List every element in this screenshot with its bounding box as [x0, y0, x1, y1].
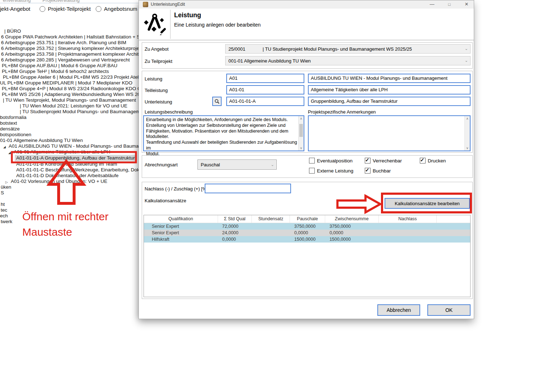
tree-item[interactable]: ◢A01-01 Allgemeine Tätigkeiten über alle… [14, 149, 110, 155]
tree-item[interactable]: 01-01 Allgemeine Ausbildung TU Wien [0, 138, 83, 143]
tree-item[interactable]: A01-01-01-A Gruppenbildung, Aufbau der T… [15, 155, 136, 161]
tree-item-label: | TU Wien Testprojekt, Modul Planungs- u… [3, 97, 136, 103]
tree-item[interactable]: A01-01-01-D Dokumentation der Arbeitsabl… [16, 173, 118, 179]
zu-angebot-combobox[interactable]: 25/0001 | TU Studienprojekt Modul Planun… [225, 44, 471, 54]
dialog-header: Leistung Eine Leistung anlegen oder bear… [139, 9, 474, 40]
kalkulationsansaetze-bearbeiten-button[interactable]: Kalkulationsansätze bearbeiten [385, 198, 470, 209]
checkbox-box-icon[interactable]: ✓ [309, 168, 315, 174]
abrechnungsart-select[interactable]: Pauschal ⌄ [197, 160, 277, 170]
scrollbar-thumb[interactable] [299, 124, 303, 137]
app-icon [143, 2, 148, 7]
tree-item[interactable]: densätze [0, 126, 20, 132]
table-row[interactable]: Senior Expert 72,0000 3750,0000 3750,000… [144, 223, 470, 230]
tree-item-label: ht [1, 202, 5, 207]
close-button[interactable]: ✕ [461, 0, 472, 9]
column-header[interactable]: Stundensatz [252, 215, 290, 223]
tree-item[interactable]: 6 Arbeitsgruppe 253.751 | Iterative Arch… [1, 40, 126, 46]
leistung-desc-input[interactable]: AUSBILDUNG TU WIEN - Modul Planungs- und… [308, 74, 471, 83]
tree-expander-icon[interactable]: ◢ [8, 150, 11, 156]
checkbox-box-icon[interactable]: ✓ [420, 158, 426, 163]
unterleistung-code-input[interactable]: A01-01-01-A [226, 97, 304, 106]
cell-zwischensumme: 1500,0000 [325, 236, 379, 243]
cell-stundensatz [252, 230, 290, 236]
checkbox[interactable]: ✓ Buchbar [365, 168, 391, 174]
anmerkungen-label: Projektspezifische Anmerkungen [308, 109, 376, 115]
scrollbar[interactable]: ∧ ∨ [298, 116, 304, 151]
beschreibung-label: Leistungsbeschreibung [145, 109, 193, 115]
nachlass-input[interactable] [205, 184, 291, 193]
unterleistung-desc-input[interactable]: Gruppenbildung, Aufbau der Teamstruktur [308, 97, 471, 106]
tree-item[interactable]: | TU Wien Modul 2021: Leistungen für VO … [20, 103, 127, 109]
checkbox-box-icon[interactable]: ✓ [365, 168, 371, 174]
tree-item[interactable]: üken [1, 184, 11, 190]
anmerkungen-textarea[interactable]: ∧ ∨ [308, 115, 471, 151]
checkbox[interactable]: ✓ Eventualposition [309, 158, 353, 163]
zu-teilprojekt-combobox[interactable]: 001-01 Allgemeine Ausbildung TU Wien ⌄ [225, 56, 471, 65]
tree-item-label: | BÜRO [4, 28, 21, 34]
abbrechen-button[interactable]: Abbrechen [377, 304, 420, 316]
column-header[interactable]: Σ Std Qual [218, 215, 252, 223]
tree-item[interactable]: PL+BM Gruppe TeH² | Modul 6 tehoch2 arch… [2, 69, 109, 74]
tree-item[interactable]: ech [0, 213, 8, 219]
scroll-down-icon[interactable]: ∨ [465, 146, 470, 150]
titlebar[interactable]: UnterleistungEdit — □ ✕ [139, 0, 474, 9]
tree-item[interactable]: PL+BM Gruppe Atelier 6 | Modul PL+BM WS … [3, 74, 138, 80]
scrollbar[interactable]: ∧ ∨ [464, 116, 470, 151]
ok-button[interactable]: OK [427, 304, 471, 316]
column-header[interactable] [437, 215, 470, 223]
tree-item[interactable]: PL+BM Gruppe 4+P | Modul 8 WS 23/24 Radi… [2, 86, 138, 92]
tree-item[interactable]: botstext [0, 120, 17, 126]
cell-zwischensumme: 0,0000 [325, 230, 379, 236]
tree-item[interactable]: twerk [1, 219, 12, 225]
tree-item[interactable]: S [1, 190, 4, 196]
checkbox[interactable]: ✓ Drucken [420, 158, 446, 163]
column-header[interactable]: Qualifikation [144, 215, 218, 223]
column-header[interactable]: Zwischensumme [325, 215, 379, 223]
column-header[interactable]: Pauschale [290, 215, 325, 223]
tree-item[interactable]: | TU Wien Testprojekt, Modul Planungs- u… [3, 97, 136, 103]
maximize-button[interactable]: □ [444, 0, 455, 9]
checkbox[interactable]: ✓ Verrechenbar [365, 158, 402, 163]
scroll-up-icon[interactable]: ∧ [465, 117, 470, 120]
scroll-down-icon[interactable]: ∨ [299, 146, 304, 150]
tree-item[interactable]: UL PL+BM Gruppe MEDIPLANER | Modul 7 Med… [0, 80, 132, 86]
tree-item[interactable]: A01-01-01-C Beschaffung Werkzeuge, Einar… [16, 167, 138, 173]
tree-expander-icon[interactable]: ◢ [3, 144, 6, 150]
project-tree: | BÜRO 6 Gruppe PWA Patchwork Architekte… [0, 0, 138, 230]
table-row[interactable]: Senior Expert 24,0000 0,0000 0,0000 [144, 230, 470, 236]
tree-item[interactable]: 6 Arbeitsgruppe 253.752 | Steuerung komp… [1, 46, 138, 51]
tree-item[interactable]: 6 Arbeitsgruppe 253.758 | Projektmanagem… [1, 51, 138, 57]
scroll-up-icon[interactable]: ∧ [299, 117, 304, 120]
checkbox[interactable]: ✓ Externe Leistung [309, 168, 353, 174]
teilleistung-desc-input[interactable]: Allgemeine Tätigkeiten über alle LPH [308, 85, 471, 94]
tree-item[interactable]: ▷A01-02 Vorlesungen und Übungen: VO + UE [11, 179, 107, 184]
tree-item[interactable]: botsformalia [0, 115, 27, 120]
checkbox-box-icon[interactable]: ✓ [309, 158, 315, 163]
tree-item[interactable]: PL+BM WS 25/26 | Adaptierung Werkbundsie… [2, 92, 138, 97]
tree-item-label: PL+BM Gruppe Atelier 6 | Modul PL+BM WS … [3, 74, 138, 80]
column-header[interactable]: Nachlass [379, 215, 437, 223]
checkbox-label: Drucken [428, 158, 446, 163]
tree-item[interactable]: 6 Arbeitsgruppe 280.285 | Vergabewesen u… [1, 57, 130, 63]
tree-item[interactable]: PL+BM Gruppe AUF.BAU | Modul 6 Gruppe AU… [2, 63, 117, 69]
tree-item[interactable]: botspositionen [0, 132, 31, 138]
table-header[interactable]: QualifikationΣ Std QualStundensatzPausch… [144, 215, 470, 223]
tree-item[interactable]: ◢A01 AUSBILDUNG TU WIEN - Modul Planungs… [9, 143, 138, 149]
search-button[interactable] [212, 97, 222, 106]
checkbox-box-icon[interactable]: ✓ [365, 158, 371, 163]
minimize-button[interactable]: — [427, 0, 437, 9]
leistung-code-input[interactable]: A01 [226, 74, 304, 83]
tree-item[interactable]: 6 Gruppe PWA Patchwork Architekten | Hal… [1, 34, 138, 40]
tree-item[interactable]: A01-01-01-B Kontrolle und Steuerung im T… [16, 161, 117, 167]
table-body: Senior Expert 72,0000 3750,0000 3750,000… [144, 223, 470, 243]
tree-item[interactable]: | BÜRO [4, 28, 21, 34]
cell-qualifikation: Senior Expert [144, 230, 218, 236]
table-row[interactable]: Hilfskraft 0,0000 1500,0000 1500,0000 [144, 236, 470, 243]
beschreibung-text: Einarbeitung in die Möglichkeiten, Anfod… [146, 117, 297, 157]
tree-item[interactable]: tec [1, 207, 7, 213]
tree-item-label: A01-01-01-C Beschaffung Werkzeuge, Einar… [16, 167, 138, 172]
tree-item[interactable]: | TU Studienprojekt Modul Planungs- und … [20, 109, 138, 115]
beschreibung-textarea[interactable]: Einarbeitung in die Möglichkeiten, Anfod… [143, 115, 304, 151]
tree-item[interactable]: ht [1, 202, 5, 207]
teilleistung-code-input[interactable]: A01-01 [226, 85, 304, 94]
